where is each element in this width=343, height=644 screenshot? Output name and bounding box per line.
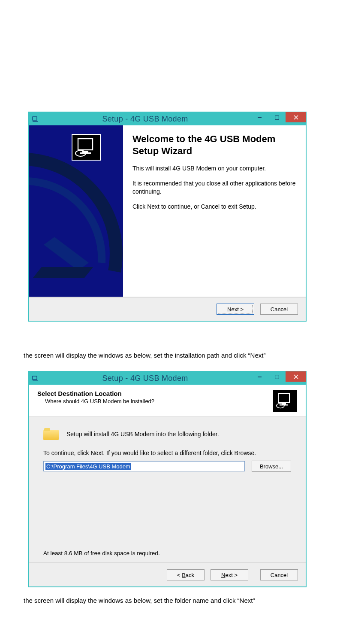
- intro-text: Setup will install 4G USB Modem into the…: [66, 431, 219, 437]
- installer-app-icon: [31, 374, 39, 382]
- maximize-button[interactable]: [268, 372, 286, 382]
- setup-wizard-welcome-dialog: Setup - 4G USB Modem: [28, 112, 307, 322]
- setup-wizard-destination-dialog: Setup - 4G USB Modem Select Destination …: [28, 371, 307, 587]
- svg-rect-8: [33, 376, 37, 380]
- minimize-button[interactable]: [251, 112, 268, 123]
- wizard-heading: Welcome to the 4G USB Modem Setup Wizard: [132, 133, 296, 157]
- cancel-button[interactable]: Cancel: [260, 569, 298, 580]
- wizard-content: Welcome to the 4G USB Modem Setup Wizard…: [123, 125, 306, 297]
- window-title: Setup - 4G USB Modem: [39, 115, 251, 124]
- svg-point-14: [277, 404, 284, 408]
- install-path-input[interactable]: C:\Program Files\4G USB Modem: [43, 461, 245, 471]
- header-title: Select Destination Location: [37, 390, 154, 397]
- disk-space-requirement: At least 8.6 MB of free disk space is re…: [43, 550, 160, 556]
- wizard-sidebar-graphic: [29, 125, 123, 297]
- folder-icon: [43, 428, 59, 440]
- svg-rect-4: [78, 139, 93, 150]
- dialog-header: Select Destination Location Where should…: [29, 385, 306, 417]
- setup-disc-icon: [273, 390, 297, 412]
- caption-between-2: the screen will display the windows as b…: [24, 597, 319, 604]
- header-subtitle: Where should 4G USB Modem be installed?: [45, 398, 154, 404]
- titlebar[interactable]: Setup - 4G USB Modem: [29, 372, 306, 385]
- close-button[interactable]: [286, 112, 306, 122]
- dialog-footer: < Back Next > Cancel: [29, 563, 306, 586]
- minimize-button[interactable]: [251, 372, 268, 382]
- titlebar[interactable]: Setup - 4G USB Modem: [29, 112, 306, 125]
- svg-rect-0: [33, 117, 37, 120]
- svg-rect-2: [275, 116, 279, 120]
- svg-rect-1: [258, 117, 262, 118]
- setup-disc-icon: [72, 134, 101, 161]
- close-button[interactable]: [286, 371, 306, 382]
- install-path-value: C:\Program Files\4G USB Modem: [45, 463, 131, 470]
- installer-app-icon: [31, 115, 39, 123]
- dialog-body: Setup will install 4G USB Modem into the…: [29, 417, 306, 563]
- window-title: Setup - 4G USB Modem: [39, 374, 251, 383]
- maximize-button[interactable]: [268, 112, 286, 123]
- instruction-text: To continue, click Next. If you would li…: [43, 450, 291, 456]
- next-button[interactable]: Next >: [211, 569, 248, 580]
- svg-rect-10: [275, 375, 279, 379]
- svg-rect-11: [278, 394, 289, 402]
- cancel-button[interactable]: Cancel: [260, 304, 298, 315]
- back-button[interactable]: < Back: [167, 569, 205, 580]
- wizard-text-3: Click Next to continue, or Cancel to exi…: [132, 203, 296, 211]
- dialog-footer: Next > Cancel: [29, 297, 306, 321]
- wizard-text-2: It is recommended that you close all oth…: [132, 179, 296, 196]
- next-button[interactable]: Next >: [217, 304, 254, 315]
- svg-rect-9: [258, 377, 262, 377]
- caption-between-1: the screen will display the windows as b…: [24, 352, 319, 359]
- browse-button[interactable]: Browse...: [252, 461, 291, 472]
- wizard-text-1: This will install 4G USB Modem on your c…: [132, 164, 296, 173]
